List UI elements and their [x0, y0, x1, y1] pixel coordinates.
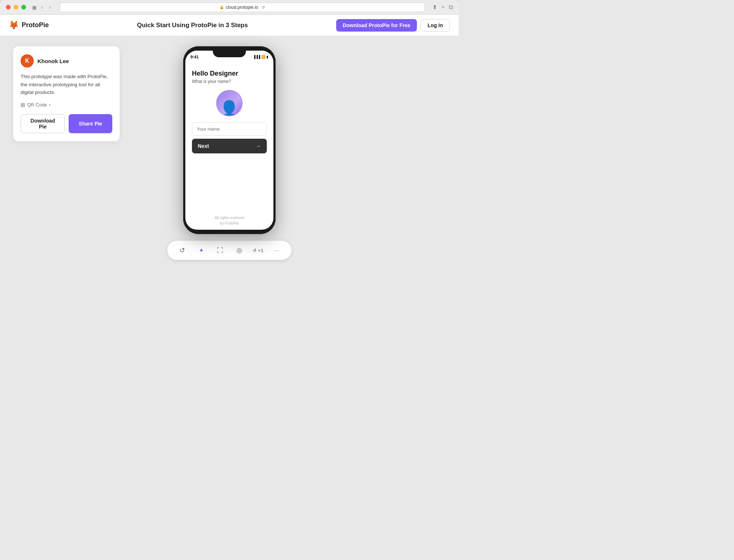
battery-icon: ▮ [266, 55, 268, 59]
arrow-right-icon: → [256, 143, 261, 149]
logo-icon: 🦊 [9, 21, 19, 30]
phone-content: Hello Designer What is your name? 👤 [185, 61, 273, 230]
sidebar-card: K Khonok Lee This prototype was made wit… [13, 46, 120, 141]
avatar: K [21, 54, 34, 68]
reload-toolbar-button[interactable]: ↺ [176, 244, 188, 256]
browser-actions: ⬆ ＋ ⧉ [432, 3, 453, 11]
qr-icon: ⊞ [21, 102, 25, 108]
address-bar[interactable]: 🔒 cloud.protopie.io ↺ [60, 3, 425, 12]
reload-toolbar-icon: ↺ [179, 246, 185, 254]
target-toolbar-button[interactable]: ◎ [233, 244, 245, 256]
name-input[interactable] [192, 122, 267, 136]
phone-footer: All rights reserved by ProtoPie [192, 212, 267, 230]
scale-value: ×1 [258, 248, 264, 253]
logo-text: ProtoPie [22, 21, 49, 29]
fullscreen-toolbar-icon: ⛶ [217, 247, 224, 254]
card-buttons: Download Pie Share Pie [21, 114, 112, 133]
phone-avatar-inner: 👤 [217, 91, 242, 116]
phone-title: Hello Designer [192, 70, 267, 77]
phone-time: 9:41 [190, 55, 199, 59]
person-silhouette-icon: 👤 [219, 101, 239, 116]
more-toolbar-icon: ··· [274, 247, 280, 253]
header-title: Quick Start Using ProtoPie in 3 Steps [55, 22, 330, 29]
footer-line1: All rights reserved [192, 215, 267, 221]
forward-button[interactable]: › [47, 3, 52, 11]
back-button[interactable]: ‹ [40, 3, 44, 11]
wifi-icon: 🛜 [261, 55, 265, 59]
phone-avatar: 👤 [216, 90, 243, 116]
lock-icon: 🔒 [219, 5, 224, 9]
phone-container: 9:41 ▐▐▐ 🛜 ▮ Hello Designer What is you [167, 46, 291, 269]
toolbar: ↺ ✦ ⛶ ◎ ↺ ×1 ··· [167, 241, 291, 260]
card-author: K Khonok Lee [21, 54, 112, 68]
share-pie-button[interactable]: Share Pie [69, 114, 112, 133]
touch-toolbar-button[interactable]: ✦ [195, 244, 207, 256]
main-content: K Khonok Lee This prototype was made wit… [0, 36, 459, 280]
signal-icon: ▐▐▐ [253, 55, 260, 59]
browser-titlebar: ▣ ‹ › 🔒 cloud.protopie.io ↺ ⬆ ＋ ⧉ [0, 0, 459, 15]
more-toolbar-button[interactable]: ··· [271, 244, 283, 256]
qr-code-label: QR Code [27, 102, 47, 108]
minimize-button[interactable] [14, 5, 18, 10]
scale-control[interactable]: ↺ ×1 [252, 248, 264, 253]
download-protopie-button[interactable]: Download ProtoPie for Free [336, 19, 417, 32]
url-text: cloud.protopie.io [226, 5, 258, 10]
touch-toolbar-icon: ✦ [199, 247, 204, 254]
phone-notch [213, 50, 246, 57]
target-toolbar-icon: ◎ [236, 246, 242, 254]
phone-mockup: 9:41 ▐▐▐ 🛜 ▮ Hello Designer What is you [183, 46, 276, 234]
phone-screen: 9:41 ▐▐▐ 🛜 ▮ Hello Designer What is you [185, 51, 273, 230]
author-name: Khonok Lee [37, 58, 69, 64]
login-button[interactable]: Log In [421, 19, 450, 32]
reload-icon[interactable]: ↺ [261, 5, 265, 10]
sidebar-toggle-icon[interactable]: ▣ [32, 4, 37, 10]
qr-code-row[interactable]: ⊞ QR Code ▾ [21, 102, 112, 108]
fullscreen-toolbar-button[interactable]: ⛶ [214, 244, 226, 256]
tabs-button[interactable]: ⧉ [449, 4, 453, 11]
phone-status-icons: ▐▐▐ 🛜 ▮ [253, 55, 268, 59]
app-header: 🦊 ProtoPie Quick Start Using ProtoPie in… [0, 15, 459, 36]
phone-subtitle: What is your name? [192, 79, 267, 84]
close-button[interactable] [6, 5, 11, 10]
scale-loop-icon: ↺ [252, 248, 257, 253]
logo[interactable]: 🦊 ProtoPie [9, 21, 49, 30]
footer-line2: by ProtoPie [192, 221, 267, 226]
maximize-button[interactable] [21, 5, 26, 10]
share-button[interactable]: ⬆ [432, 4, 437, 11]
next-button[interactable]: Next → [192, 139, 267, 153]
card-description: This prototype was made with ProtoPie, t… [21, 73, 112, 97]
new-tab-button[interactable]: ＋ [440, 3, 446, 11]
qr-chevron-icon: ▾ [49, 103, 51, 107]
header-actions: Download ProtoPie for Free Log In [336, 19, 450, 32]
app-area: 🦊 ProtoPie Quick Start Using ProtoPie in… [0, 15, 459, 280]
phone-avatar-area: 👤 [192, 90, 267, 116]
download-pie-button[interactable]: Download Pie [21, 114, 65, 133]
browser-window: ▣ ‹ › 🔒 cloud.protopie.io ↺ ⬆ ＋ ⧉ 🦊 Prot… [0, 0, 459, 280]
